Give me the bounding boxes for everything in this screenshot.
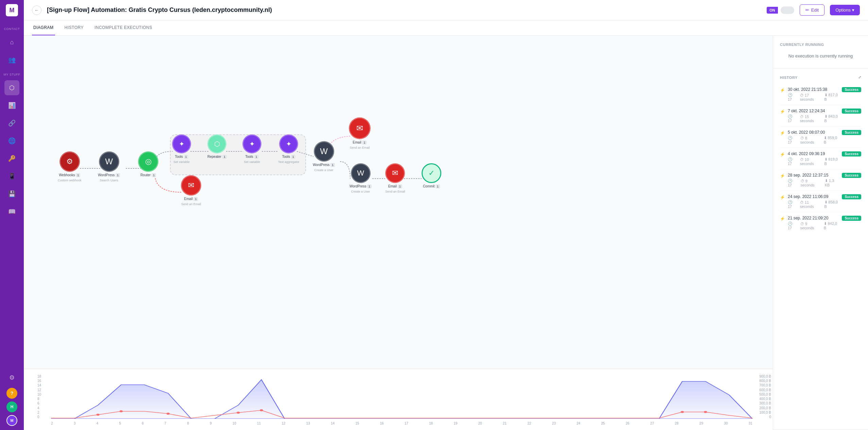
history-meta: 🕐 17 ⏱ 11 seconds ⬇ 858,0 B <box>788 200 839 209</box>
node-router[interactable]: ◎ Router 1 <box>138 151 158 177</box>
email2-label: Email 1 <box>184 197 198 201</box>
svg-point-14 <box>704 411 707 413</box>
wordpress3-sublabel: Create a User <box>351 190 370 193</box>
history-date: 30 okt. 2022 21:15:38 <box>788 87 839 92</box>
options-button[interactable]: Options ▾ <box>830 5 860 15</box>
app-logo[interactable]: M <box>6 4 18 16</box>
repeater-label: Repeater 1 <box>207 155 227 159</box>
user-avatar-m[interactable]: M <box>6 415 17 426</box>
email1-icon: ✉ <box>356 123 363 133</box>
sidebar-item-book[interactable]: 📖 <box>4 204 19 219</box>
history-date: 21 sep. 2022 21:09:20 <box>788 216 839 220</box>
history-date: 7 okt. 2022 12:24:34 <box>788 109 839 113</box>
edit-button[interactable]: ✏ Edit <box>800 4 824 16</box>
main-content: ← [Sign-up Flow] Automation: Gratis Cryp… <box>24 0 868 430</box>
webhooks-icon: ⚙ <box>66 157 73 166</box>
wordpress2-icon: W <box>320 147 328 156</box>
node-email3[interactable]: ✉ Email 1 Send an Email <box>385 163 405 193</box>
currently-running-section: CURRENTLY RUNNING No execution is curren… <box>773 36 868 68</box>
tools2-sublabel: Set variable <box>244 160 260 164</box>
history-size: ⬇ 819,0 B <box>824 157 839 166</box>
user-avatar-h[interactable]: H <box>6 401 17 412</box>
router-icon: ◎ <box>145 157 152 166</box>
node-tools3[interactable]: ✦ Tools 1 Text aggregator <box>278 134 300 164</box>
commit-icon: ✓ <box>428 169 435 178</box>
node-wordpress2[interactable]: W WordPress 1 Create a User <box>313 141 335 172</box>
history-item[interactable]: ⚡ 24 sep. 2022 11:06:09 🕐 17 ⏱ 11 second… <box>780 191 861 212</box>
history-item[interactable]: ⚡ 28 sep. 2022 12:37:15 🕐 17 ⏱ 9 seconds… <box>780 169 861 191</box>
tab-history[interactable]: HISTORY <box>63 20 85 35</box>
expand-icon[interactable]: ⤢ <box>858 75 862 80</box>
history-item[interactable]: ⚡ 4 okt. 2022 09:36:19 🕐 17 ⏱ 10 seconds… <box>780 148 861 169</box>
help-button[interactable]: ? <box>6 388 17 399</box>
node-wordpress3[interactable]: W WordPress 1 Create a User <box>350 163 372 193</box>
node-webhooks[interactable]: ⚙ Webhooks 1 Custom webhook <box>58 151 82 182</box>
svg-point-8 <box>96 414 100 416</box>
right-panel: CURRENTLY RUNNING No execution is curren… <box>773 36 868 430</box>
sidebar-item-analytics[interactable]: 📊 <box>4 98 19 113</box>
history-size: ⬇ 817,0 B <box>824 93 839 101</box>
history-meta: 🕐 17 ⏱ 9 seconds ⬇ 842,0 B <box>788 221 839 230</box>
sidebar-item-contacts[interactable]: 👥 <box>4 52 19 67</box>
repeater-icon: ⬡ <box>214 140 220 148</box>
sidebar-item-mobile[interactable]: 📱 <box>4 169 19 184</box>
chart-svg <box>51 375 752 419</box>
email2-sublabel: Send an Email <box>181 202 201 206</box>
history-item[interactable]: ⚡ 21 sep. 2022 21:09:20 🕐 17 ⏱ 9 seconds… <box>780 212 861 233</box>
history-item[interactable]: ⚡ 7 okt. 2022 12:24:34 🕐 17 ⏱ 15 seconds… <box>780 105 861 127</box>
sidebar-item-links[interactable]: 🔗 <box>4 116 19 131</box>
node-email1[interactable]: ✉ Email 1 Send an Email <box>349 117 371 149</box>
email2-icon: ✉ <box>188 181 194 190</box>
tab-diagram[interactable]: DIAGRAM <box>32 20 55 35</box>
history-count: 🕐 17 <box>788 114 797 123</box>
no-execution-text: No execution is currently running <box>780 51 861 61</box>
diagram-canvas[interactable]: ⚙ Webhooks 1 Custom webhook W WordPress … <box>24 36 773 430</box>
tools1-label: Tools 1 <box>175 155 188 159</box>
sidebar-item-keys[interactable]: 🔑 <box>4 151 19 166</box>
history-time: ⏱ 9 seconds <box>800 222 820 230</box>
back-button[interactable]: ← <box>32 5 41 15</box>
options-label: Options <box>835 7 851 13</box>
node-tools1[interactable]: ✦ Tools 1 Set variable <box>172 134 191 164</box>
history-item[interactable]: ⚡ 30 okt. 2022 21:15:38 🕐 17 ⏱ 17 second… <box>780 84 861 105</box>
node-repeater[interactable]: ⬡ Repeater 1 <box>207 134 227 159</box>
tab-incomplete[interactable]: INCOMPLETE EXECUTIONS <box>93 20 154 35</box>
node-email2[interactable]: ✉ Email 1 Send an Email <box>181 175 201 206</box>
toggle-switch[interactable] <box>781 6 794 14</box>
webhooks-label: Webhooks 1 <box>59 173 80 177</box>
sidebar-item-automations[interactable]: ⬡ <box>4 80 19 95</box>
sidebar-item-home[interactable]: ⌂ <box>4 35 19 50</box>
sidebar-item-storage[interactable]: 💾 <box>4 186 19 201</box>
tools2-label: Tools 1 <box>245 155 258 159</box>
history-run-icon: ⚡ <box>780 109 785 114</box>
sidebar-bottom: ⚙ ? H M <box>4 370 19 426</box>
history-size: ⬇ 842,0 B <box>824 221 839 230</box>
history-run-icon: ⚡ <box>780 216 785 221</box>
header: ← [Sign-up Flow] Automation: Gratis Cryp… <box>24 0 868 20</box>
tools3-sublabel: Text aggregator <box>278 160 300 164</box>
tools3-icon: ✦ <box>286 140 292 148</box>
history-date: 4 okt. 2022 09:36:19 <box>788 151 839 156</box>
sidebar-item-globe[interactable]: 🌐 <box>4 133 19 148</box>
status-badge: Success <box>842 173 861 178</box>
history-count: 🕐 17 <box>788 200 797 209</box>
history-run-icon: ⚡ <box>780 173 785 178</box>
toggle-container: ON <box>767 6 794 14</box>
status-badge: Success <box>842 130 861 135</box>
logo-letter: M <box>10 7 15 14</box>
history-run-icon: ⚡ <box>780 88 785 93</box>
history-info: 21 sep. 2022 21:09:20 🕐 17 ⏱ 9 seconds ⬇… <box>788 216 839 230</box>
node-commit[interactable]: ✓ Commit 1 <box>422 163 441 188</box>
history-item[interactable]: ⚡ 5 okt. 2022 08:07:00 🕐 17 ⏱ 8 seconds … <box>780 127 861 148</box>
svg-point-13 <box>681 411 684 413</box>
sidebar-item-settings[interactable]: ⚙ <box>4 370 19 385</box>
node-wordpress1[interactable]: W WordPress 1 Search Users <box>98 151 120 182</box>
status-badge: Success <box>842 109 861 114</box>
sidebar-section-contact: CONTACT <box>4 27 20 31</box>
history-run-icon: ⚡ <box>780 131 785 135</box>
page-title: [Sign-up Flow] Automation: Gratis Crypto… <box>47 6 761 14</box>
currently-running-title: CURRENTLY RUNNING <box>780 43 861 47</box>
wordpress1-label: WordPress 1 <box>98 173 120 177</box>
svg-point-11 <box>237 412 240 414</box>
node-tools2[interactable]: ✦ Tools 1 Set variable <box>242 134 261 164</box>
